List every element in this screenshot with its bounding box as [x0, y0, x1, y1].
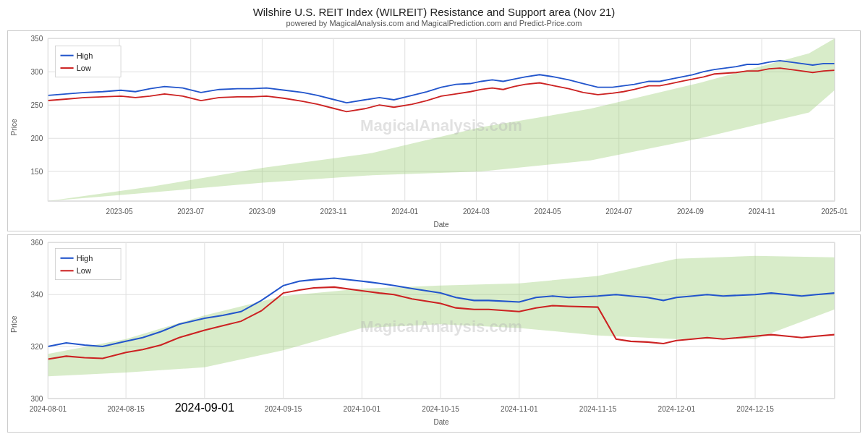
x2-tick-10: 2024-12-15 — [736, 405, 774, 413]
x2-tick-3: 2024-09-01 — [175, 401, 234, 414]
x2-tick-1: 2024-08-01 — [30, 405, 67, 413]
watermark1: MagicalAnalysis.com — [360, 116, 522, 135]
legend1-high-label: High — [77, 51, 93, 60]
watermark2: MagicalAnalysis.com — [360, 317, 522, 335]
legend2-high-label: High — [77, 254, 93, 263]
x-tick-9: 2024-09 — [677, 208, 704, 216]
x-axis-label: Date — [433, 221, 449, 229]
page-subtitle: powered by MagicalAnalysis.com and Magic… — [0, 19, 868, 27]
y-axis-label: Price — [10, 119, 18, 136]
y2-tick-320: 320 — [31, 343, 43, 351]
x-tick-4: 2023-11 — [320, 208, 347, 216]
chart2-svg: 360 340 320 300 Price 2024-08-01 2024-08… — [8, 235, 860, 432]
x-tick-3: 2023-09 — [249, 208, 276, 216]
y-tick-200: 200 — [31, 135, 43, 142]
y2-tick-300: 300 — [31, 395, 43, 403]
x-tick-1: 2023-05 — [106, 208, 133, 216]
y-tick-350: 350 — [31, 35, 43, 43]
x2-tick-8: 2024-11-15 — [579, 405, 617, 413]
y2-tick-360: 360 — [31, 239, 43, 247]
charts-area: 350 300 250 200 150 Price 2023-05 2023-0… — [0, 29, 868, 434]
x-tick-10: 2024-11 — [749, 208, 775, 216]
y-tick-300: 300 — [31, 68, 43, 76]
chart1-panel: 350 300 250 200 150 Price 2023-05 2023-0… — [7, 30, 861, 231]
x2-tick-7: 2024-11-01 — [501, 405, 538, 413]
chart2-panel: 360 340 320 300 Price 2024-08-01 2024-08… — [7, 234, 861, 433]
x2-tick-5: 2024-10-01 — [344, 405, 381, 413]
chart1-svg: 350 300 250 200 150 Price 2023-05 2023-0… — [8, 31, 860, 231]
x2-tick-2: 2024-08-15 — [107, 405, 145, 413]
x-tick-5: 2024-01 — [391, 208, 418, 216]
x-tick-6: 2024-03 — [463, 208, 490, 216]
header: Wilshire U.S. REIT Index (WILREIT) Resis… — [0, 0, 868, 29]
x2-tick-9: 2024-12-01 — [658, 405, 696, 413]
x2-axis-label: Date — [433, 418, 449, 426]
legend1-low-label: Low — [77, 64, 92, 72]
legend2-low-label: Low — [77, 266, 92, 275]
y2-axis-label: Price — [10, 315, 18, 333]
y-tick-150: 150 — [31, 168, 43, 176]
x2-tick-6: 2024-10-15 — [422, 405, 459, 413]
x2-tick-4: 2024-09-15 — [265, 405, 302, 413]
x-tick-2: 2023-07 — [177, 208, 204, 216]
page-title: Wilshire U.S. REIT Index (WILREIT) Resis… — [0, 6, 868, 18]
x-tick-7: 2024-05 — [535, 208, 561, 216]
y-tick-250: 250 — [31, 101, 43, 109]
page-container: Wilshire U.S. REIT Index (WILREIT) Resis… — [0, 0, 868, 434]
y2-tick-340: 340 — [31, 291, 43, 299]
x-tick-11: 2025-01 — [821, 208, 848, 216]
x-tick-8: 2024-07 — [605, 208, 632, 216]
